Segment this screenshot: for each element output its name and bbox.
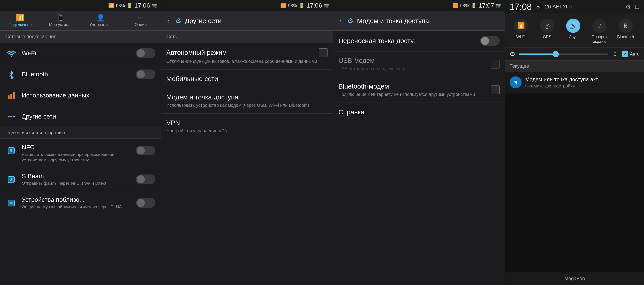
bluetooth-toggle-knob: [137, 70, 145, 78]
svg-text:S: S: [10, 178, 13, 182]
svg-point-5: [13, 116, 15, 117]
notif-status-bar: 17:08 ВТ, 26 АВГУСТ ⚙ ⊞: [505, 0, 644, 13]
grid-icon[interactable]: ⊞: [634, 3, 640, 11]
bluetooth-item[interactable]: Bluetooth: [0, 64, 161, 85]
quick-rotate[interactable]: ↺ Поворот экрана: [587, 19, 612, 44]
panel-settings: 📶 98% 🔋 17:06 📷 📶 Подключени 📱 Мое устро…: [0, 0, 161, 285]
status-bar-2: 📶 98% 🔋 17:06 📷: [161, 0, 333, 11]
nearby-icon: [5, 197, 17, 209]
other-networks-item[interactable]: Другие сети: [0, 106, 161, 127]
brightness-settings-icon[interactable]: ⚙: [510, 50, 515, 58]
sbeam-toggle[interactable]: [136, 174, 156, 184]
time-label-2: 17:06: [306, 2, 322, 9]
panel-other-networks: 📶 98% 🔋 17:06 📷 ‹ ⚙ Другие сети Сеть Авт…: [161, 0, 333, 285]
quick-wifi[interactable]: 📶 Wi-Fi: [509, 19, 533, 39]
modem-hotspot-item[interactable]: Модем и точка доступа Использовать устро…: [161, 88, 333, 114]
data-usage-icon: [5, 89, 17, 101]
bluetooth-text: Bluetooth: [22, 71, 136, 78]
settings-gear-icon[interactable]: ⚙: [625, 3, 631, 11]
nearby-text: Устройства поблизо... Общий доступ к фай…: [22, 196, 136, 210]
bluetooth-modem-item[interactable]: Bluetooth-модем Подключение к Интернету …: [333, 77, 505, 103]
back-button-2[interactable]: ‹: [166, 15, 172, 27]
nfc-toggle[interactable]: [136, 146, 156, 155]
nfc-item[interactable]: NFC Разрешить обмен данными при прикосно…: [0, 139, 161, 167]
nearby-toggle[interactable]: [136, 198, 156, 208]
nfc-icon: [5, 145, 17, 157]
bluetooth-icon: [5, 68, 17, 80]
connect-section-header: Подключиться и отправить: [0, 127, 161, 139]
help-item[interactable]: Справка: [333, 103, 505, 121]
battery-icon-3: 🔋: [471, 3, 477, 9]
brightness-row: ⚙ 0 ✓ Авто: [505, 48, 644, 61]
back-button-3[interactable]: ‹: [338, 15, 344, 27]
wifi-text: Wi-Fi: [22, 50, 136, 57]
quick-gps[interactable]: ◎ GPS: [535, 19, 559, 39]
notif-section-header: Текущее: [505, 61, 644, 72]
wifi-icon: [5, 47, 17, 59]
signal-icon-2: 📶: [280, 3, 286, 9]
quick-gps-icon: ◎: [540, 19, 554, 33]
vpn-item[interactable]: VPN Настройка и управление VPN: [161, 114, 333, 139]
camera-icon: 📷: [152, 3, 157, 8]
auto-brightness-row[interactable]: ✓ Авто: [622, 51, 640, 57]
brightness-knob: [553, 51, 559, 57]
autonomous-mode-item[interactable]: Автономный режим Отключение функций вызо…: [161, 43, 333, 70]
quick-rotate-icon: ↺: [592, 19, 606, 33]
quick-bluetooth[interactable]: Ƀ Bluetooth: [614, 19, 638, 39]
panel3-header: ‹ ⚙ Модем и точка доступа: [333, 11, 505, 31]
portable-hotspot-toggle[interactable]: [480, 36, 500, 46]
panel-notifications: 17:08 ВТ, 26 АВГУСТ ⚙ ⊞ 📶 Wi-Fi ◎ GPS 🔊 …: [505, 0, 644, 285]
wifi-item[interactable]: Wi-Fi: [0, 43, 161, 64]
notif-content: Модем или точка доступа акт... Нажмите д…: [525, 76, 640, 89]
mobile-networks-item[interactable]: Мобильные сети: [161, 70, 333, 88]
status-bar-3: 📶 98% 🔋 17:07 📷: [333, 0, 505, 11]
quick-wifi-icon: 📶: [514, 19, 528, 33]
sbeam-text: S Beam Отправить файлы через NFC и Wi-Fi…: [22, 173, 136, 186]
quick-bluetooth-icon: Ƀ: [618, 19, 633, 33]
usb-modem-checkbox: [491, 60, 500, 69]
quick-sound-icon: 🔊: [566, 19, 580, 33]
tab-bar: 📶 Подключени 📱 Мое устро... 👤 Учетные з.…: [0, 11, 161, 31]
brightness-slider[interactable]: [519, 54, 608, 55]
brightness-fill: [519, 54, 554, 55]
battery-label-3: 98%: [460, 3, 469, 8]
auto-brightness-check[interactable]: ✓: [622, 51, 628, 57]
accounts-icon: 👤: [96, 14, 105, 22]
carrier-bar: MegaFon: [505, 272, 644, 285]
tab-connections[interactable]: 📶 Подключени: [0, 11, 40, 31]
nearby-item[interactable]: Устройства поблизо... Общий доступ к фай…: [0, 191, 161, 214]
notif-item[interactable]: Модем или точка доступа акт... Нажмите д…: [505, 72, 644, 93]
status-bar-1: 📶 98% 🔋 17:06 📷: [0, 0, 161, 11]
settings-icon-3: ⚙: [347, 17, 354, 25]
battery-icon-2: 🔋: [299, 3, 305, 9]
wifi-toggle[interactable]: [136, 48, 156, 58]
autonomous-checkbox[interactable]: [319, 48, 328, 57]
device-icon: 📱: [56, 14, 64, 22]
svg-rect-1: [10, 94, 12, 99]
tab-device[interactable]: 📱 Мое устро...: [40, 11, 80, 31]
battery-label: 98%: [116, 3, 125, 8]
tab-options[interactable]: ⋯ Опции: [121, 11, 161, 31]
camera-icon-3: 📷: [496, 3, 502, 8]
quick-sound[interactable]: 🔊 Звук: [561, 19, 586, 39]
sbeam-item[interactable]: S S Beam Отправить файлы через NFC и Wi-…: [0, 167, 161, 191]
panel2-header: ‹ ⚙ Другие сети: [161, 11, 333, 31]
time-label-3: 17:07: [478, 2, 494, 9]
battery-icon: 🔋: [127, 3, 132, 9]
bluetooth-modem-checkbox[interactable]: [491, 86, 500, 94]
signal-icon: 📶: [108, 3, 114, 9]
svg-rect-0: [8, 95, 10, 99]
portable-hotspot-item[interactable]: Переносная точка досту..: [333, 31, 505, 51]
network-section-header: Сетевые подключения: [0, 31, 161, 43]
usb-modem-item: USB-модем USB-устройство не подключено: [333, 52, 505, 77]
bluetooth-toggle[interactable]: [136, 70, 156, 79]
sbeam-icon: S: [5, 174, 17, 186]
camera-icon-2: 📷: [324, 3, 329, 8]
tab-accounts[interactable]: 👤 Учетные з...: [80, 11, 121, 31]
battery-label-2: 98%: [288, 3, 297, 8]
svg-point-4: [10, 116, 12, 117]
data-usage-item[interactable]: Использование данных: [0, 85, 161, 106]
connections-icon: 📶: [16, 14, 24, 22]
wifi-toggle-knob: [137, 49, 145, 57]
panel-modem-hotspot: 📶 98% 🔋 17:07 📷 ‹ ⚙ Модем и точка доступ…: [333, 0, 505, 285]
